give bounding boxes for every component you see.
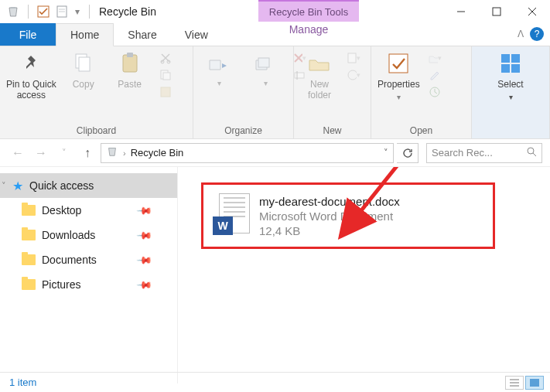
group-clipboard-label: Clipboard xyxy=(6,123,186,137)
folder-icon xyxy=(22,254,36,265)
select-label: Select xyxy=(497,79,523,90)
collapse-ribbon-icon[interactable]: ᐱ xyxy=(518,29,524,39)
details-view-button[interactable] xyxy=(505,376,524,390)
maximize-button[interactable] xyxy=(479,0,514,23)
recycle-bin-icon xyxy=(106,145,118,160)
select-icon xyxy=(498,51,523,76)
group-organize: ▾ ▾ ▾ Organize xyxy=(193,46,294,138)
nav-label: Desktop xyxy=(42,204,81,216)
explorer-body: ˅ ★ Quick access Desktop 📌 Downloads 📌 D… xyxy=(0,167,550,383)
nav-label: Quick access xyxy=(29,179,94,192)
edit-icon[interactable] xyxy=(428,68,442,82)
paste-label: Paste xyxy=(118,79,142,90)
content-pane[interactable]: W my-dearest-document.docx Microsoft Wor… xyxy=(178,167,550,383)
select-button[interactable]: Select ▾ xyxy=(491,51,530,101)
file-info: my-dearest-document.docx Microsoft Word … xyxy=(259,195,400,237)
quick-access-toolbar: ▾ xyxy=(0,5,93,19)
nav-documents[interactable]: Documents 📌 xyxy=(0,247,177,272)
word-document-icon: W xyxy=(213,193,250,238)
move-to-icon xyxy=(207,51,231,76)
close-button[interactable] xyxy=(514,0,550,23)
svg-rect-24 xyxy=(389,54,408,73)
recent-locations-button[interactable]: ˅ xyxy=(54,143,74,163)
delete-icon[interactable]: ▾ xyxy=(292,51,306,65)
ribbon-tabs: File Home Share View Manage ᐱ ? xyxy=(0,23,550,46)
copy-to-button[interactable]: ▾ xyxy=(246,51,285,87)
large-icons-view-button[interactable] xyxy=(525,376,544,390)
nav-back-button[interactable]: ← xyxy=(8,143,28,163)
window-title: Recycle Bin xyxy=(99,5,156,18)
rename-icon[interactable] xyxy=(292,68,306,82)
group-select-label xyxy=(478,134,543,137)
svg-rect-15 xyxy=(163,73,170,80)
svg-line-31 xyxy=(533,153,536,156)
properties-button[interactable]: Properties ▾ xyxy=(377,51,420,101)
folder-icon xyxy=(22,230,36,240)
paste-button[interactable]: Paste xyxy=(111,51,149,90)
pin-icon xyxy=(19,51,43,76)
properties-icon xyxy=(386,51,411,76)
move-to-button[interactable]: ▾ xyxy=(200,51,238,87)
search-icon xyxy=(526,146,537,159)
tab-home[interactable]: Home xyxy=(56,23,114,46)
chevron-right-icon[interactable]: › xyxy=(123,148,126,158)
tab-share[interactable]: Share xyxy=(114,23,170,46)
help-button[interactable]: ? xyxy=(530,27,544,41)
nav-desktop[interactable]: Desktop 📌 xyxy=(0,198,177,223)
navigation-pane[interactable]: ˅ ★ Quick access Desktop 📌 Downloads 📌 D… xyxy=(0,167,178,383)
svg-rect-5 xyxy=(493,8,500,15)
file-item-highlighted[interactable]: W my-dearest-document.docx Microsoft Wor… xyxy=(201,182,495,249)
group-open-label: Open xyxy=(377,123,465,137)
nav-downloads[interactable]: Downloads 📌 xyxy=(0,223,177,247)
svg-rect-22 xyxy=(348,53,356,63)
properties-qat-icon[interactable] xyxy=(36,5,50,19)
svg-rect-29 xyxy=(511,64,520,73)
copy-button[interactable]: Copy xyxy=(64,51,103,90)
new-item-icon[interactable]: ▾ xyxy=(347,51,360,65)
tab-manage[interactable]: Manage xyxy=(258,23,359,36)
tab-view[interactable]: View xyxy=(171,23,222,46)
view-mode-toggles xyxy=(505,376,544,390)
history-icon[interactable] xyxy=(428,85,442,99)
divider xyxy=(28,5,29,19)
address-bar[interactable]: › Recycle Bin ˅ xyxy=(101,143,394,163)
svg-rect-17 xyxy=(258,58,269,67)
folder-icon xyxy=(22,205,36,216)
cut-icon[interactable] xyxy=(159,51,173,65)
title-bar: ▾ Recycle Bin Recycle Bin Tools xyxy=(0,0,550,23)
file-size: 12,4 KB xyxy=(259,224,400,237)
pin-to-quick-access-button[interactable]: Pin to Quick access xyxy=(6,51,56,101)
new-small-buttons: ▾ ▾ xyxy=(347,51,360,82)
copy-icon xyxy=(71,51,96,76)
paste-shortcut-icon[interactable] xyxy=(159,85,173,99)
paste-icon xyxy=(118,51,142,76)
address-bar-row: ← → ˅ ↑ › Recycle Bin ˅ Search Rec... xyxy=(0,139,550,167)
nav-up-button[interactable]: ↑ xyxy=(77,143,97,163)
nav-pictures[interactable]: Pictures 📌 xyxy=(0,272,177,297)
nav-label: Pictures xyxy=(42,278,81,291)
breadcrumb-location[interactable]: Recycle Bin xyxy=(131,147,184,159)
search-box[interactable]: Search Rec... xyxy=(426,143,542,163)
contextual-tab-label: Recycle Bin Tools xyxy=(258,0,359,22)
address-dropdown-icon[interactable]: ˅ xyxy=(384,148,388,158)
quick-access-icon: ★ xyxy=(12,179,23,193)
qat-doc-icon[interactable] xyxy=(55,5,69,19)
ribbon: Pin to Quick access Copy Paste Clipboard… xyxy=(0,46,550,139)
tab-file[interactable]: File xyxy=(0,23,56,46)
svg-rect-28 xyxy=(501,64,510,73)
copy-path-icon[interactable] xyxy=(159,68,173,82)
refresh-button[interactable] xyxy=(397,143,418,163)
minimize-button[interactable] xyxy=(443,0,479,23)
svg-point-23 xyxy=(348,70,357,80)
svg-rect-16 xyxy=(161,87,170,97)
chevron-down-icon[interactable]: ˅ xyxy=(2,181,6,191)
copy-label: Copy xyxy=(73,79,94,90)
group-new-label: New xyxy=(300,123,364,137)
nav-quick-access[interactable]: ˅ ★ Quick access xyxy=(0,173,177,198)
status-bar: 1 item xyxy=(0,372,550,392)
open-icon[interactable]: ▾ xyxy=(428,51,442,65)
pin-icon: 📌 xyxy=(136,251,153,268)
qat-dropdown-icon[interactable]: ▾ xyxy=(73,6,81,17)
easy-access-icon[interactable]: ▾ xyxy=(347,68,360,82)
nav-forward-button[interactable]: → xyxy=(31,143,51,163)
